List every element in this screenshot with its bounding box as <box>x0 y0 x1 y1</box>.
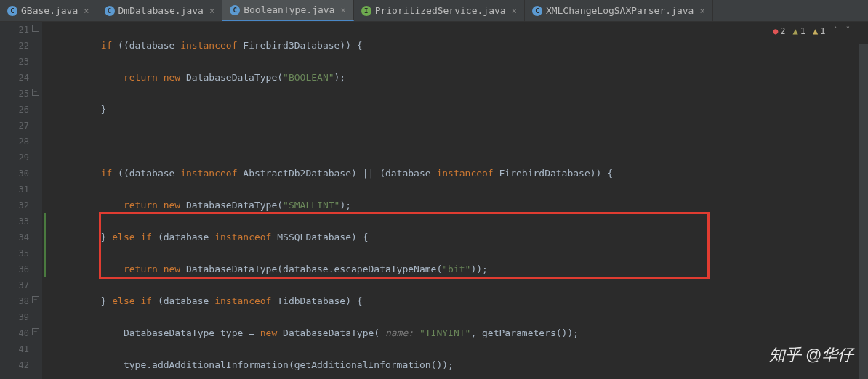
tab-gbase[interactable]: C GBase.java × <box>0 0 97 21</box>
line-number[interactable]: 39 <box>0 309 29 325</box>
line-number[interactable]: 29 <box>0 150 29 166</box>
close-icon[interactable]: × <box>512 6 517 16</box>
tab-xmlparser[interactable]: C XMLChangeLogSAXParser.java × <box>525 0 713 21</box>
line-number[interactable]: 40− <box>0 325 29 341</box>
line-number[interactable]: 22 <box>0 38 29 54</box>
line-number[interactable]: 38− <box>0 293 29 309</box>
line-number[interactable]: 36 <box>0 261 29 277</box>
weak-warning-icon: ▲ <box>813 26 818 36</box>
close-icon[interactable]: × <box>209 6 214 16</box>
line-number[interactable]: 25− <box>0 86 29 102</box>
editor-area: 21− 22 23 24 25− 26 27 28 29 30 31 32 33… <box>0 22 868 379</box>
close-icon[interactable]: × <box>699 6 704 16</box>
line-number[interactable]: 26 <box>0 102 29 118</box>
editor-tabs: C GBase.java × C DmDatabase.java × C Boo… <box>0 0 868 22</box>
code-content[interactable]: if ((database instanceof Firebird3Databa… <box>42 22 868 379</box>
fold-icon[interactable]: − <box>32 328 39 335</box>
close-icon[interactable]: × <box>340 5 345 15</box>
class-icon: C <box>532 6 542 16</box>
line-number[interactable]: 34 <box>0 229 29 245</box>
line-number[interactable]: 42 <box>0 357 29 373</box>
line-number[interactable]: 30 <box>0 166 29 182</box>
tab-label: GBase.java <box>21 5 78 16</box>
watermark: 知乎 @华仔 <box>769 344 853 366</box>
fold-icon[interactable]: − <box>32 89 39 96</box>
tab-prioritizedservice[interactable]: I PrioritizedService.java × <box>354 0 525 21</box>
line-number[interactable]: 28 <box>0 134 29 150</box>
warning-count: 1 <box>800 26 805 36</box>
line-number[interactable]: 33 <box>0 213 29 229</box>
weak-warning-count: 1 <box>820 26 825 36</box>
chevron-up-icon[interactable]: ˆ <box>833 26 838 36</box>
tab-label: XMLChangeLogSAXParser.java <box>546 5 694 16</box>
line-number[interactable]: 21− <box>0 22 29 38</box>
error-count: 2 <box>780 26 785 36</box>
error-icon: ● <box>773 26 778 36</box>
warning-icon: ▲ <box>793 26 798 36</box>
line-number[interactable]: 32 <box>0 197 29 213</box>
inspections-widget[interactable]: ●2 ▲1 ▲1 ˆ ˇ <box>773 26 851 36</box>
chevron-down-icon[interactable]: ˇ <box>845 26 851 36</box>
tab-label: DmDatabase.java <box>118 5 204 16</box>
fold-icon[interactable]: − <box>32 296 39 303</box>
scrollbar[interactable] <box>859 44 868 379</box>
tab-label: PrioritizedService.java <box>375 5 506 16</box>
fold-icon[interactable]: − <box>32 25 39 32</box>
tab-dmdatabase[interactable]: C DmDatabase.java × <box>97 0 223 21</box>
gutter: 21− 22 23 24 25− 26 27 28 29 30 31 32 33… <box>0 22 42 379</box>
line-number[interactable]: 41 <box>0 341 29 357</box>
line-number[interactable]: 31 <box>0 182 29 197</box>
tab-label: BooleanType.java <box>244 4 334 15</box>
class-icon: C <box>105 6 115 16</box>
tab-booleantype[interactable]: C BooleanType.java × <box>222 0 353 21</box>
line-number[interactable]: 37 <box>0 277 29 293</box>
line-number[interactable]: 24 <box>0 70 29 86</box>
interface-icon: I <box>361 6 371 16</box>
close-icon[interactable]: × <box>84 6 89 16</box>
line-number[interactable]: 35 <box>0 245 29 261</box>
class-icon: C <box>230 5 240 15</box>
line-number[interactable]: 27 <box>0 118 29 134</box>
class-icon: C <box>7 6 17 16</box>
line-number[interactable]: 23 <box>0 54 29 70</box>
